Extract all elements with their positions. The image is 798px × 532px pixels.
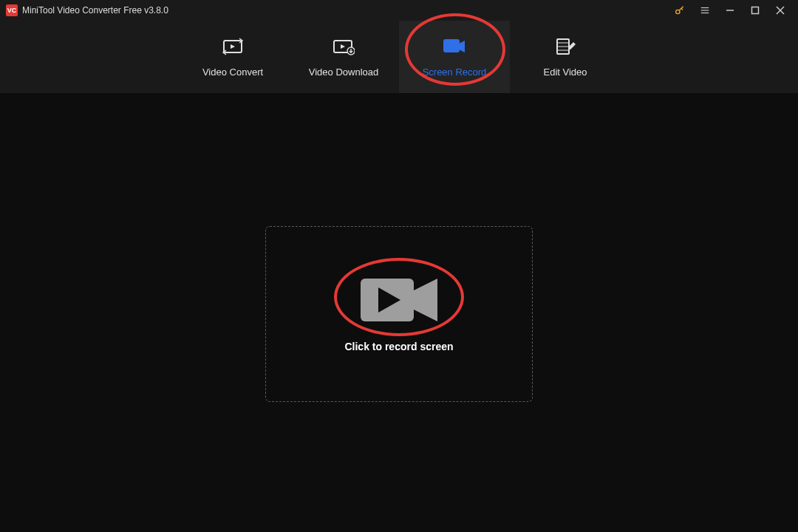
tab-label: Screen Record	[423, 66, 487, 78]
main-content: Click to record screen	[0, 93, 798, 532]
camera-icon	[361, 276, 437, 327]
menu-icon[interactable]	[693, 0, 717, 21]
record-prompt-label: Click to record screen	[344, 341, 453, 352]
app-title: MiniTool Video Converter Free v3.8.0	[22, 5, 168, 16]
svg-marker-9	[231, 44, 235, 49]
svg-rect-5	[752, 7, 759, 14]
download-icon	[332, 37, 355, 56]
screen-record-icon	[443, 37, 466, 56]
navbar: Video Convert Video Download Screen Reco…	[0, 21, 798, 93]
app-logo: VC	[6, 4, 18, 16]
tab-video-convert[interactable]: Video Convert	[177, 21, 288, 93]
titlebar: VC MiniTool Video Converter Free v3.8.0	[0, 0, 798, 21]
record-dropzone[interactable]: Click to record screen	[265, 226, 533, 402]
tab-edit-video[interactable]: Edit Video	[510, 21, 621, 93]
edit-video-icon	[555, 37, 576, 56]
convert-icon	[222, 37, 244, 56]
minimize-button[interactable]	[718, 0, 742, 21]
maximize-button[interactable]	[743, 0, 767, 21]
svg-marker-11	[341, 44, 345, 49]
close-button[interactable]	[768, 0, 792, 21]
svg-point-14	[449, 44, 454, 48]
tab-label: Video Convert	[202, 66, 263, 78]
tab-screen-record[interactable]: Screen Record	[399, 21, 510, 93]
upgrade-key-icon[interactable]	[668, 0, 692, 21]
tab-video-download[interactable]: Video Download	[288, 21, 399, 93]
svg-point-0	[676, 10, 680, 13]
tab-label: Edit Video	[543, 66, 587, 78]
tab-label: Video Download	[309, 66, 378, 78]
